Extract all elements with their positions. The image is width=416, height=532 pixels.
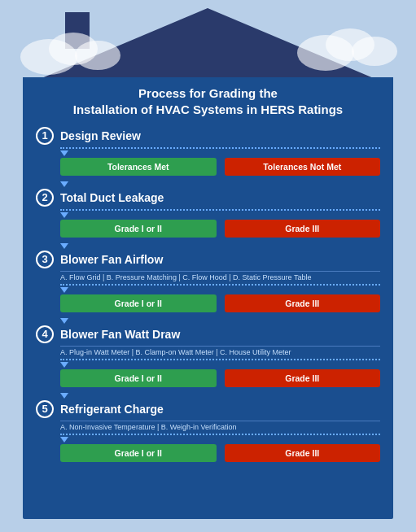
step-3-dotted-row — [60, 284, 380, 286]
step-4-number: 4 — [36, 325, 54, 343]
step-4-buttons: Grade I or II Grade III — [60, 369, 380, 387]
step-3-arrow — [60, 287, 68, 293]
step-3-dotted-line — [60, 284, 380, 286]
step-5-dotted-row — [60, 434, 380, 435]
step-3-subtitle: A. Flow Grid | B. Pressure Matching | C.… — [60, 271, 380, 281]
step-3-number: 3 — [36, 251, 54, 268]
step-2-title: Total Duct Leakage — [60, 191, 164, 204]
step-4-arrow-top — [60, 318, 68, 324]
step-2-arrow-top — [60, 181, 68, 187]
step-5-red-btn[interactable]: Grade III — [225, 444, 381, 462]
svg-point-4 — [20, 39, 77, 75]
step-1: 1 Design Review Tolerances Met Tolerance… — [36, 127, 380, 176]
step-4-header: 4 Blower Fan Watt Draw — [36, 325, 380, 343]
step-4-red-btn[interactable]: Grade III — [225, 369, 381, 387]
step-2-dotted-line — [60, 209, 380, 211]
step-3-buttons: Grade I or II Grade III — [60, 294, 380, 312]
step-3-arrow-top — [60, 243, 68, 249]
step-5: 5 Refrigerant Charge A. Non-Invasive Tem… — [36, 393, 380, 462]
content-area: Process for Grading the Installation of … — [23, 77, 393, 516]
step-5-arrow — [60, 437, 68, 443]
step-4-dotted-line — [60, 359, 380, 360]
step-1-green-btn[interactable]: Tolerances Met — [60, 158, 217, 176]
step-4-dotted-row — [60, 359, 380, 360]
step-4-title: Blower Fan Watt Draw — [60, 328, 180, 341]
step-2-dotted-row — [60, 209, 380, 211]
step-2: 2 Total Duct Leakage Grade I or II Grade… — [36, 181, 380, 238]
step-5-subtitle: A. Non-Invasive Temperature | B. Weigh-i… — [60, 421, 380, 431]
step-1-buttons: Tolerances Met Tolerances Not Met — [60, 158, 380, 176]
step-3-green-btn[interactable]: Grade I or II — [60, 294, 217, 312]
step-4-subtitle: A. Plug-in Watt Meter | B. Clamp-on Watt… — [60, 346, 380, 356]
svg-rect-3 — [65, 12, 90, 49]
svg-marker-1 — [24, 8, 391, 85]
step-1-arrow — [60, 150, 68, 156]
step-1-red-btn[interactable]: Tolerances Not Met — [225, 158, 381, 176]
step-1-title: Design Review — [60, 129, 141, 142]
step-4: 4 Blower Fan Watt Draw A. Plug-in Watt M… — [36, 318, 380, 387]
main-title: Process for Grading the Installation of … — [36, 85, 380, 119]
svg-point-8 — [326, 28, 374, 61]
step-5-green-btn[interactable]: Grade I or II — [60, 444, 217, 462]
step-4-arrow — [60, 362, 68, 368]
svg-point-5 — [49, 33, 98, 65]
step-2-red-btn[interactable]: Grade III — [225, 220, 381, 238]
step-2-number: 2 — [36, 189, 54, 207]
step-1-dotted-row — [60, 147, 380, 149]
step-2-arrow — [60, 212, 68, 218]
step-2-buttons: Grade I or II Grade III — [60, 220, 380, 238]
title-line2: Installation of HVAC Systems in HERS Rat… — [73, 102, 343, 116]
step-1-header: 1 Design Review — [36, 127, 380, 145]
step-3-red-btn[interactable]: Grade III — [225, 294, 381, 312]
svg-point-7 — [297, 35, 354, 71]
title-line1: Process for Grading the — [138, 86, 278, 100]
step-5-header: 5 Refrigerant Charge — [36, 400, 380, 418]
step-4-green-btn[interactable]: Grade I or II — [60, 369, 217, 387]
step-5-title: Refrigerant Charge — [60, 403, 164, 416]
step-2-green-btn[interactable]: Grade I or II — [60, 220, 217, 238]
step-1-number: 1 — [36, 127, 54, 145]
step-5-number: 5 — [36, 400, 54, 418]
step-5-dotted-line — [60, 434, 380, 435]
step-3-header: 3 Blower Fan Airflow — [36, 251, 380, 268]
step-3: 3 Blower Fan Airflow A. Flow Grid | B. P… — [36, 243, 380, 312]
step-5-arrow-top — [60, 393, 68, 399]
step-5-buttons: Grade I or II Grade III — [60, 444, 380, 462]
house-container: Process for Grading the Installation of … — [0, 0, 416, 532]
svg-point-6 — [75, 41, 120, 70]
step-3-title: Blower Fan Airflow — [60, 253, 163, 266]
step-2-header: 2 Total Duct Leakage — [36, 189, 380, 207]
svg-point-9 — [352, 37, 397, 66]
step-1-dotted-line — [60, 147, 380, 149]
